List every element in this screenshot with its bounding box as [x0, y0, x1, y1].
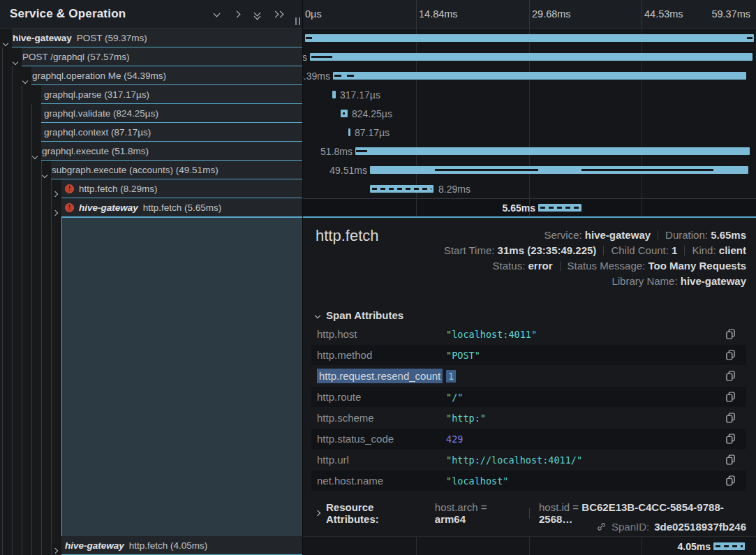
chevron-right-icon[interactable]: [53, 186, 57, 199]
left-panel-header: Service & Operation: [0, 0, 303, 29]
span-attributes-header[interactable]: Span Attributes: [316, 309, 403, 321]
attribute-row: net.host.name "localhost": [311, 471, 746, 491]
timeline-canvas: 57.57ms 54.39ms 317.17µs 824.25µs 87.17µ…: [303, 29, 756, 217]
selected-span-expansion: [61, 217, 303, 536]
meta-line-3: Status: errorStatus Message: Too Many Re…: [444, 258, 746, 274]
chevron-right-icon[interactable]: [53, 205, 57, 218]
tree-row-http-fetch-405[interactable]: hive-gateway http.fetch (4.05ms): [61, 536, 303, 555]
chevron-down-icon[interactable]: [33, 149, 37, 161]
tree-row-http-fetch-565-selected[interactable]: ! hive-gateway http.fetch (5.65ms): [61, 198, 303, 217]
attribute-row-highlighted: http.request.resend_count 1: [311, 366, 746, 386]
span-id-value: 3de02518937fb246: [654, 521, 746, 533]
attribute-row: http.scheme "http:": [311, 408, 746, 428]
chevron-down-icon[interactable]: [23, 73, 27, 86]
error-icon: !: [65, 203, 74, 212]
span-bar-post[interactable]: [305, 34, 754, 42]
span-bar-graphql-validate[interactable]: [341, 110, 348, 117]
expand-all-icon[interactable]: [272, 10, 283, 20]
chevron-down-icon[interactable]: [3, 36, 8, 48]
attribute-value: 429: [446, 434, 463, 445]
collapse-one-icon[interactable]: [212, 10, 223, 20]
panel-divider[interactable]: [302, 0, 303, 555]
copy-icon[interactable]: [726, 475, 735, 489]
tree-toolbar: [212, 10, 283, 20]
resource-attr-host-arch: host.arch = arm64: [435, 501, 520, 525]
span-title: http.fetch: [316, 227, 379, 245]
meta-start-time: 31ms (23:35:49.225): [498, 244, 597, 256]
span-label: http.fetch (8.29ms): [79, 184, 158, 194]
axis-gridline: [642, 0, 642, 29]
span-meta: Service: hive-gatewayDuration: 5.65ms St…: [444, 228, 746, 289]
chevron-down-icon[interactable]: [43, 168, 47, 180]
span-bar-graphql-operation[interactable]: [333, 72, 746, 80]
attribute-key: http.host: [311, 328, 446, 340]
tree-row-graphql-operation[interactable]: graphql.operation Me (54.39ms): [31, 66, 303, 85]
meta-line-1: Service: hive-gatewayDuration: 5.65ms: [444, 228, 746, 243]
span-bar-http-fetch-829[interactable]: [370, 185, 433, 193]
tree-row-graphql-context[interactable]: graphql.context (87.17µs): [41, 123, 303, 142]
axis-gridline: [529, 0, 530, 29]
attribute-row: http.url "http://localhost:4011/": [311, 450, 746, 470]
duration-label: 4.05ms: [678, 541, 711, 552]
copy-icon[interactable]: [726, 413, 735, 426]
indent-guide: [41, 161, 42, 555]
attribute-key: http.request.resend_count: [311, 370, 446, 382]
meta-duration: 5.65ms: [711, 229, 746, 241]
span-label: http.fetch (4.05ms): [129, 540, 208, 551]
copy-icon[interactable]: [726, 371, 735, 384]
attribute-row: http.host "localhost:4011": [311, 324, 746, 344]
copy-icon[interactable]: [726, 350, 735, 363]
attribute-key: net.host.name: [311, 475, 446, 487]
span-bar-subgraph-execute[interactable]: [370, 166, 748, 174]
tree-row-post-graphql[interactable]: POST /graphql (57.57ms): [22, 47, 303, 66]
timeline-gridline: [529, 537, 530, 555]
copy-icon[interactable]: [726, 392, 735, 405]
link-icon[interactable]: [596, 521, 607, 532]
attribute-row: http.method "POST": [311, 345, 746, 365]
attribute-value: 1: [446, 370, 456, 383]
span-label: POST (59.37ms): [77, 33, 147, 43]
indent-guide: [2, 47, 3, 555]
service-name: hive-gateway: [12, 33, 72, 43]
span-id-row: SpanID: 3de02518937fb246: [596, 521, 746, 533]
span-label: graphql.operation Me (54.39ms): [31, 71, 166, 81]
span-id-label: SpanID:: [612, 521, 649, 533]
tree-row-graphql-execute[interactable]: graphql.execute (51.8ms): [41, 142, 303, 161]
attribute-value: "/": [446, 392, 463, 403]
indent-guide: [51, 179, 52, 555]
span-bar-graphql-execute[interactable]: [355, 147, 750, 155]
collapse-all-icon[interactable]: [252, 10, 263, 20]
error-icon: !: [65, 184, 74, 193]
meta-service: hive-gateway: [585, 229, 651, 241]
trace-viewer: Service & Operation 0µs 14.84ms 29.68ms …: [0, 0, 756, 555]
span-bar-http-fetch-405[interactable]: [713, 542, 745, 550]
tree-row-graphql-parse[interactable]: graphql.parse (317.17µs): [41, 85, 303, 104]
span-label: graphql.context (87.17µs): [41, 127, 151, 138]
chevron-right-icon[interactable]: [53, 543, 57, 555]
meta-library-name: hive-gateway: [681, 275, 746, 287]
span-bar-graphql-parse[interactable]: [332, 91, 336, 98]
tree-row-http-fetch-829[interactable]: ! http.fetch (8.29ms): [61, 179, 303, 198]
span-bar-post-graphql[interactable]: [310, 53, 753, 61]
attribute-row: http.status_code 429: [311, 429, 746, 449]
copy-icon[interactable]: [726, 434, 735, 447]
duration-label: 54.39ms: [303, 71, 330, 82]
axis-tick: 14.84ms: [419, 8, 458, 20]
copy-icon[interactable]: [726, 329, 735, 342]
attribute-row: http.route "/": [311, 387, 746, 407]
span-label: http.fetch (5.65ms): [143, 202, 222, 213]
span-bar-graphql-context[interactable]: [348, 128, 350, 136]
span-bar-http-fetch-565[interactable]: [538, 204, 581, 212]
tree-row-graphql-validate[interactable]: graphql.validate (824.25µs): [41, 104, 303, 123]
panel-resize-handle[interactable]: [295, 17, 300, 25]
meta-child-count: 1: [672, 244, 677, 256]
indent-guide: [12, 66, 13, 555]
expand-one-icon[interactable]: [232, 10, 243, 20]
axis-tick: 44.53ms: [644, 8, 683, 20]
copy-icon[interactable]: [726, 454, 735, 468]
chevron-down-icon[interactable]: [13, 54, 17, 67]
attribute-value: "localhost:4011": [446, 329, 537, 340]
tree-row-hive-gateway-post[interactable]: hive-gateway POST (59.37ms): [12, 29, 303, 47]
meta-kind: client: [719, 244, 746, 256]
tree-row-subgraph-execute[interactable]: subgraph.execute (accounts) (49.51ms): [51, 161, 303, 179]
